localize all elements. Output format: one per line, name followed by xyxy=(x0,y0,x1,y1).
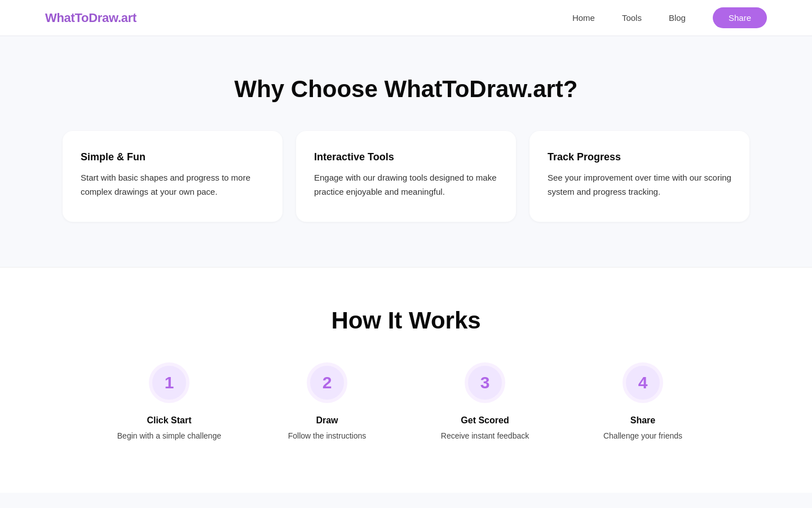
step-label-3: Share xyxy=(630,415,655,426)
step-label-0: Click Start xyxy=(147,415,191,426)
feature-card-desc-0: Start with basic shapes and progress to … xyxy=(81,171,264,199)
why-title: Why Choose WhatToDraw.art? xyxy=(45,76,767,103)
site-logo[interactable]: WhatToDraw.art xyxy=(45,11,136,25)
step-desc-1: Follow the instructions xyxy=(288,430,367,442)
nav-blog[interactable]: Blog xyxy=(669,13,686,23)
step-circle-1: 2 xyxy=(307,362,347,403)
step-0: 1 Click Start Begin with a simple challe… xyxy=(90,362,248,442)
feature-cards: Simple & Fun Start with basic shapes and… xyxy=(45,131,767,222)
feature-card-1: Interactive Tools Engage with our drawin… xyxy=(296,131,516,222)
feature-card-title-0: Simple & Fun xyxy=(81,151,264,163)
nav-home[interactable]: Home xyxy=(572,13,595,23)
how-section: How It Works 1 Click Start Begin with a … xyxy=(0,267,812,493)
step-3: 4 Share Challenge your friends xyxy=(564,362,722,442)
step-desc-2: Receive instant feedback xyxy=(441,430,529,442)
why-section: Why Choose WhatToDraw.art? Simple & Fun … xyxy=(0,36,812,267)
step-desc-3: Challenge your friends xyxy=(603,430,682,442)
step-2: 3 Get Scored Receive instant feedback xyxy=(406,362,564,442)
share-button[interactable]: Share xyxy=(713,7,767,28)
step-desc-0: Begin with a simple challenge xyxy=(117,430,221,442)
step-circle-3: 4 xyxy=(623,362,663,403)
feature-card-desc-1: Engage with our drawing tools designed t… xyxy=(314,171,498,199)
navbar: WhatToDraw.art Home Tools Blog Share xyxy=(0,0,812,36)
feature-card-title-2: Track Progress xyxy=(548,151,731,163)
step-circle-0: 1 xyxy=(149,362,189,403)
step-label-2: Get Scored xyxy=(461,415,509,426)
steps-row: 1 Click Start Begin with a simple challe… xyxy=(45,362,767,442)
feature-card-desc-2: See your improvement over time with our … xyxy=(548,171,731,199)
step-1: 2 Draw Follow the instructions xyxy=(248,362,406,442)
nav-links: Home Tools Blog Share xyxy=(572,7,767,28)
nav-tools[interactable]: Tools xyxy=(622,13,642,23)
feature-card-0: Simple & Fun Start with basic shapes and… xyxy=(63,131,283,222)
feature-card-2: Track Progress See your improvement over… xyxy=(529,131,749,222)
step-circle-2: 3 xyxy=(465,362,505,403)
how-title: How It Works xyxy=(45,307,767,334)
feature-card-title-1: Interactive Tools xyxy=(314,151,498,163)
step-label-1: Draw xyxy=(316,415,338,426)
